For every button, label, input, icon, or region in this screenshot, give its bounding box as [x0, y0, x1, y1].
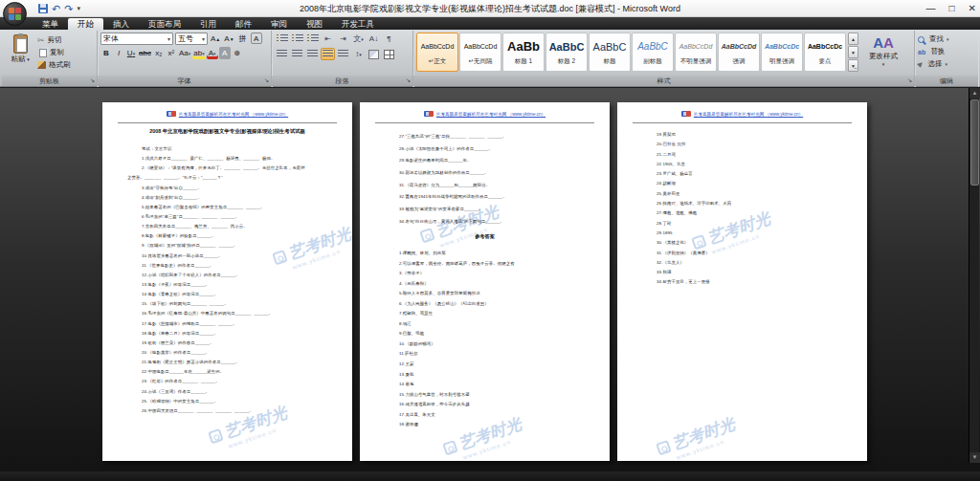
character-border-button[interactable]: A [251, 33, 262, 44]
style-tile-9[interactable]: AaBbCcDc要点 [804, 33, 846, 72]
style-tile-1[interactable]: AaBbCcDd↵无间隔 [459, 33, 501, 72]
replace-button[interactable]: ab替换 [918, 46, 976, 57]
scroll-up-icon[interactable]: ▲ [969, 88, 980, 98]
shading-button[interactable] [367, 48, 381, 60]
tab-0[interactable]: 菜单 [33, 18, 68, 30]
page-1: 艺考时光www.yktime.cn艺考时光www.yktime.cn艺考真题及答… [102, 102, 352, 461]
distribute-button[interactable] [336, 48, 350, 60]
tab-3[interactable]: 页面布局 [139, 18, 190, 30]
bold-button[interactable]: B [100, 47, 112, 59]
tab-5[interactable]: 邮件 [226, 18, 261, 30]
align-center-button[interactable] [290, 48, 304, 60]
office-button[interactable] [3, 2, 27, 26]
copy-button[interactable]: 复制 [37, 47, 95, 58]
yktime-logo-icon [167, 111, 176, 117]
styles-more-icon[interactable]: ▼̲ [848, 59, 858, 72]
pinyin-guide-button[interactable]: 拼 [237, 33, 249, 45]
question-line-14: 13.电影《子夜》的导演是______。 [142, 282, 346, 292]
tab-2[interactable]: 插入 [103, 18, 139, 30]
find-button[interactable]: 查找▾ [918, 33, 976, 45]
answer-line-9: 10.《静静的顿河》 [399, 341, 604, 352]
increase-indent-button[interactable]: ⇥ [336, 33, 350, 45]
header-site-link[interactable]: 艺考真题及答案解析尽在艺考时光网 （www.yktime.cn） [694, 112, 803, 117]
font-group-label: 字体 ↘ [98, 76, 271, 86]
paste-button[interactable]: 粘贴 ▾ [5, 33, 35, 76]
paragraph-dialog-launcher-icon[interactable]: ↘ [406, 77, 411, 84]
style-tile-7[interactable]: AaBbCcDd强调 [718, 33, 760, 72]
clipboard-group: 粘贴 ▾ ✂剪切复制格式刷 剪贴板 ↘ [2, 31, 98, 87]
select-icon: ▶ [916, 59, 924, 68]
question-line-6: 5.雨果最著名的《巴黎圣母院》的男女主角是______、______。 [142, 205, 346, 214]
maximize-button[interactable]: □ [949, 4, 955, 13]
style-tile-5[interactable]: AaBbC副标题 [632, 33, 674, 72]
change-case-button[interactable]: Aa▾ [178, 47, 191, 59]
cut-button[interactable]: ✂剪切 [37, 34, 95, 46]
numbering-button[interactable] [290, 33, 304, 45]
question-line-18: 17.电影《悲情城市》的编剧是______、______。 [142, 321, 346, 331]
tab-7[interactable]: 视图 [297, 18, 332, 30]
format-painter-button[interactable]: 格式刷 [37, 59, 95, 71]
question-line-5: 32.曹禺在1941年抗日战争时期写的话剧作品是______。 [399, 194, 604, 207]
minimize-button[interactable]: — [926, 4, 936, 13]
line-spacing-button[interactable]: ↕▾ [351, 48, 366, 60]
shrink-font-button[interactable]: A▼ [223, 33, 234, 45]
decrease-indent-button[interactable]: ⇤ [321, 33, 335, 45]
clipboard-dialog-launcher-icon[interactable]: ↘ [90, 77, 95, 84]
subscript-button[interactable]: x₂ [153, 47, 165, 59]
grow-font-button[interactable]: A▲ [210, 33, 221, 45]
vertical-scrollbar[interactable]: ▲ ▼ [969, 88, 979, 463]
borders-button[interactable] [382, 48, 396, 60]
styles-dialog-launcher-icon[interactable]: ↘ [907, 77, 912, 84]
tab-1[interactable]: 开始 [68, 18, 103, 30]
style-tile-0[interactable]: AaBbCcDd↵正文 [416, 33, 458, 72]
answer-line-0: 19.普契尼 [657, 132, 861, 142]
font-dialog-launcher-icon[interactable]: ↘ [264, 77, 269, 84]
close-button[interactable]: ✕ [969, 4, 976, 13]
asian-layout-button[interactable]: 文▾ [351, 33, 366, 45]
scroll-down-icon[interactable]: ▼ [969, 452, 980, 463]
question-line-5: 4.成语“刻舟求剑”出自______。 [142, 195, 346, 205]
select-button[interactable]: ▶选择▾ [918, 58, 976, 70]
paste-icon [13, 34, 28, 54]
header-site-link[interactable]: 艺考真题及答案解析尽在艺考时光网 （www.yktime.cn） [436, 112, 546, 117]
align-left-button[interactable] [275, 48, 289, 60]
font-size-combo[interactable]: 五号▾ [175, 33, 208, 45]
styles-scroll-up-icon[interactable]: ▲ [848, 33, 858, 45]
multilevel-list-button[interactable] [305, 33, 320, 45]
change-styles-button[interactable]: AA 更改样式 ▾ [858, 33, 908, 67]
align-left-icon [277, 50, 287, 58]
character-shading-button[interactable]: A [219, 47, 231, 59]
style-tile-8[interactable]: AaBbCcDc明显强调 [761, 33, 803, 72]
style-tile-4[interactable]: AaBbC标题 [589, 33, 631, 72]
styles-scroll-down-icon[interactable]: ▼ [848, 46, 858, 58]
header-site-link[interactable]: 艺考真题及答案解析尽在艺考时光网 （www.yktime.cn） [179, 112, 288, 117]
question-line-8: 7.京剧四大名旦是______、梅兰芳、______、尚小云。 [142, 224, 346, 233]
ribbon-tabs: 菜单开始插入页面布局引用邮件审阅视图开发工具 [33, 18, 384, 30]
tab-6[interactable]: 审阅 [261, 18, 297, 30]
align-right-button[interactable] [305, 48, 320, 60]
scrollbar-thumb[interactable] [970, 99, 979, 186]
bullets-button[interactable] [275, 33, 289, 45]
enclose-characters-button[interactable]: ⊕ [232, 47, 243, 59]
answer-line-10: 11.萨杜尔 [399, 351, 604, 361]
change-styles-icon: AA [858, 34, 908, 52]
replace-icon: ab [918, 49, 925, 55]
strikethrough-button[interactable]: abc [138, 47, 152, 59]
font-color-button[interactable]: A▾ [207, 47, 218, 59]
distribute-icon [338, 50, 348, 58]
tab-8[interactable]: 开发工具 [332, 18, 384, 30]
style-tile-2[interactable]: AaBb标题 1 [502, 33, 545, 72]
answer-line-11: 12.王蒙 [399, 361, 604, 372]
tab-4[interactable]: 引用 [190, 18, 226, 30]
style-tile-6[interactable]: AaBbCcDd不明显强调 [675, 33, 717, 72]
question-line-21: 20.《电影美学》的作者是______。 [142, 350, 346, 360]
superscript-button[interactable]: x² [166, 47, 177, 59]
font-name-combo[interactable]: 宋体▾ [100, 33, 173, 45]
underline-button[interactable]: U▾ [125, 47, 137, 59]
style-tile-3[interactable]: AaBbC标题 2 [546, 33, 588, 72]
show-marks-button[interactable]: ¶ [382, 33, 396, 45]
sort-button[interactable]: A↓ [367, 33, 381, 45]
justify-button[interactable] [321, 48, 335, 60]
highlight-color-button[interactable]: ab▾ [192, 47, 205, 59]
italic-button[interactable]: I [113, 47, 124, 59]
